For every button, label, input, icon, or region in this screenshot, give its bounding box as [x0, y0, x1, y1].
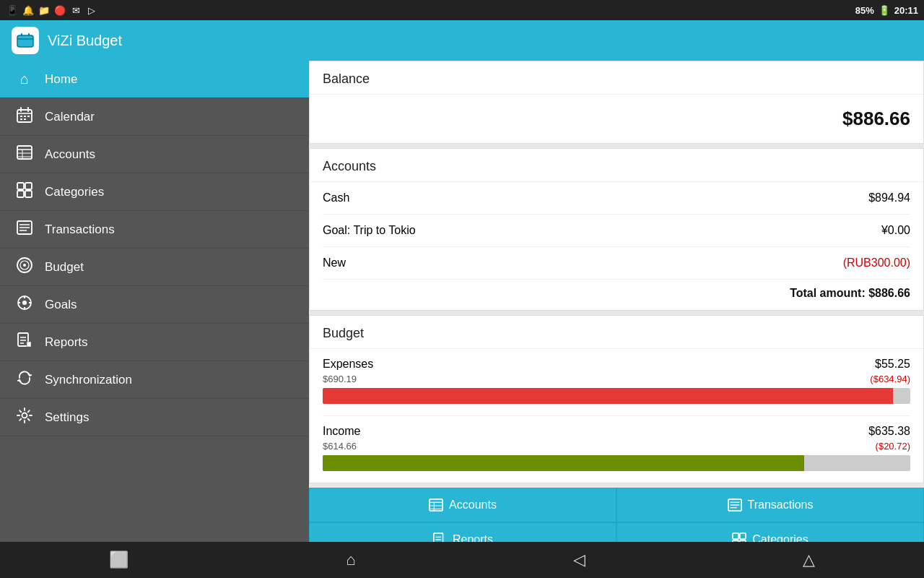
expenses-bar-right: ($634.94)	[870, 374, 910, 384]
reports-icon	[14, 332, 35, 352]
status-bar: 📱 🔔 📁 🔴 ✉ ▷ 85% 🔋 20:11	[0, 0, 924, 20]
svg-rect-53	[733, 533, 738, 539]
accounts-total-label: Total amount: $886.66	[790, 287, 910, 300]
income-bar-container	[323, 455, 910, 471]
sidebar-item-reports[interactable]: Reports	[0, 324, 309, 361]
nav-back-button[interactable]: ◁	[573, 551, 585, 569]
budget-expenses-section: Expenses $55.25 $690.19 ($634.94)	[323, 349, 910, 416]
svg-rect-12	[24, 118, 26, 120]
app-title: ViZi Budget	[48, 33, 122, 49]
svg-rect-10	[27, 116, 30, 117]
sidebar-label-goals: Goals	[45, 298, 77, 312]
account-amount-new: (RUB300.00)	[843, 256, 910, 269]
balance-amount: $886.66	[323, 95, 910, 143]
quick-transactions-label: Transactions	[748, 499, 814, 512]
sidebar-item-settings[interactable]: Settings	[0, 399, 309, 436]
budget-income-section: Income $635.38 $614.66 ($20.72)	[323, 416, 910, 483]
accounts-total: Total amount: $886.66	[323, 280, 910, 310]
account-amount-trip: ¥0.00	[881, 224, 910, 237]
expenses-bar-fill	[323, 388, 893, 404]
android-nav-bar: ⬜ ⌂ ◁ △	[0, 542, 924, 578]
status-left-icons: 📱 🔔 📁 🔴 ✉ ▷	[6, 4, 98, 17]
quick-access: Accounts Transactions	[309, 488, 924, 542]
svg-rect-20	[17, 191, 24, 197]
notification-icon-3: 📁	[38, 4, 51, 17]
svg-rect-8	[20, 116, 22, 117]
sidebar-item-synchronization[interactable]: Synchronization	[0, 361, 309, 399]
quick-row-2: Reports Categories	[309, 522, 924, 542]
budget-icon	[14, 257, 35, 277]
svg-rect-9	[24, 116, 26, 117]
sidebar-item-accounts[interactable]: Accounts	[0, 136, 309, 173]
budget-header: Budget	[310, 316, 923, 349]
app-logo	[12, 27, 39, 54]
sidebar-label-calendar: Calendar	[45, 110, 95, 124]
income-label: Income	[323, 425, 360, 438]
clock: 20:11	[894, 5, 918, 16]
notification-icon-4: 🔴	[53, 4, 66, 17]
nav-recents-button[interactable]: ⬜	[109, 551, 128, 569]
quick-accounts-button[interactable]: Accounts	[309, 488, 616, 522]
sidebar-label-settings: Settings	[45, 410, 89, 425]
sidebar-label-reports: Reports	[45, 335, 88, 350]
budget-income-row: Income $635.38	[323, 425, 910, 438]
svg-rect-21	[25, 191, 32, 197]
account-amount-cash: $894.94	[868, 191, 910, 204]
sidebar-item-budget[interactable]: Budget	[0, 249, 309, 286]
sidebar-label-categories: Categories	[45, 185, 104, 199]
nav-home-button[interactable]: ⌂	[346, 551, 355, 569]
account-row-new[interactable]: New (RUB300.00)	[323, 247, 910, 280]
svg-point-39	[22, 413, 27, 418]
notification-icon-1: 📱	[6, 4, 19, 17]
status-right-info: 85% 🔋 20:11	[855, 5, 918, 16]
sidebar-item-transactions[interactable]: Transactions	[0, 211, 309, 249]
categories-icon	[14, 182, 35, 202]
transactions-icon	[14, 220, 35, 239]
income-bar-left: $614.66	[323, 441, 357, 452]
account-row-cash[interactable]: Cash $894.94	[323, 182, 910, 215]
quick-transactions-button[interactable]: Transactions	[616, 488, 924, 522]
synchronization-icon	[14, 370, 35, 389]
svg-rect-18	[17, 183, 24, 189]
income-bar-right: ($20.72)	[876, 441, 910, 452]
expenses-sub-row: $690.19 ($634.94)	[323, 374, 910, 384]
svg-rect-56	[740, 540, 746, 542]
accounts-icon	[14, 144, 35, 164]
expenses-amount: $55.25	[875, 358, 910, 371]
battery-level: 85%	[855, 5, 874, 16]
sidebar: Home Calendar	[0, 61, 309, 542]
svg-rect-55	[733, 540, 738, 542]
notification-icon-2: 🔔	[22, 4, 35, 17]
expenses-bar-container	[323, 388, 910, 404]
income-sub-row: $614.66 ($20.72)	[323, 441, 910, 452]
sidebar-label-accounts: Accounts	[45, 147, 95, 162]
sidebar-item-goals[interactable]: Goals	[0, 286, 309, 324]
account-name-trip: Goal: Trip to Tokio	[323, 224, 416, 237]
sidebar-label-budget: Budget	[45, 260, 84, 275]
sidebar-item-home[interactable]: Home	[0, 61, 309, 98]
sidebar-label-synchronization: Synchronization	[45, 373, 132, 387]
svg-point-28	[23, 264, 26, 267]
notification-icon-5: ✉	[69, 4, 82, 17]
quick-reports-button[interactable]: Reports	[309, 522, 616, 542]
quick-categories-label: Categories	[752, 533, 808, 542]
sidebar-label-transactions: Transactions	[45, 223, 115, 237]
sidebar-item-calendar[interactable]: Calendar	[0, 98, 309, 136]
account-name-new: New	[323, 256, 346, 269]
svg-rect-19	[25, 183, 32, 189]
quick-reports-label: Reports	[453, 533, 493, 542]
nav-up-button[interactable]: △	[803, 551, 815, 569]
quick-accounts-label: Accounts	[449, 499, 497, 512]
svg-rect-11	[20, 118, 22, 120]
quick-categories-button[interactable]: Categories	[616, 522, 924, 542]
sidebar-item-categories[interactable]: Categories	[0, 173, 309, 211]
calendar-icon	[14, 107, 35, 126]
accounts-card: Accounts Cash $894.94 Goal: Trip to Toki…	[309, 148, 924, 311]
goals-icon	[14, 295, 35, 314]
account-row-trip[interactable]: Goal: Trip to Tokio ¥0.00	[323, 215, 910, 247]
account-name-cash: Cash	[323, 191, 349, 204]
expenses-label: Expenses	[323, 358, 373, 371]
quick-row-1: Accounts Transactions	[309, 488, 924, 522]
content-area: Balance $886.66 Accounts Cash $894.94 Go…	[309, 61, 924, 542]
battery-icon: 🔋	[879, 5, 890, 16]
